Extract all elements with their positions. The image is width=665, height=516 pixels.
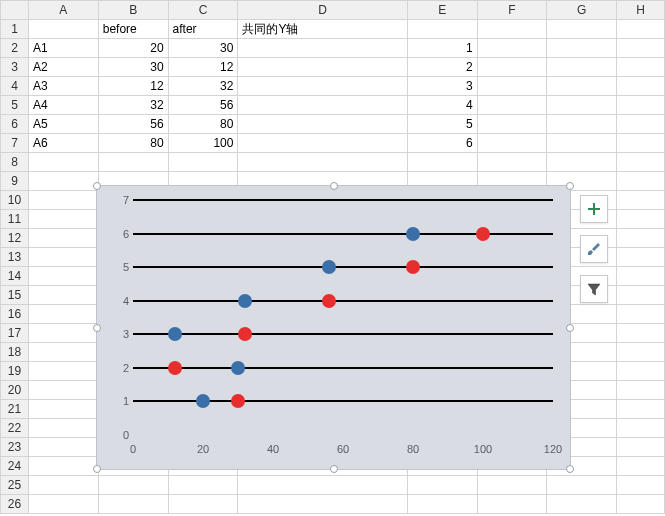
cell-D26[interactable] [238, 495, 407, 514]
cell-D3[interactable] [238, 58, 407, 77]
cell-A14[interactable] [28, 267, 98, 286]
cell-B1[interactable]: before [98, 20, 168, 39]
chart-point-before[interactable] [238, 294, 252, 308]
cell-C7[interactable]: 100 [168, 134, 238, 153]
cell-E2[interactable]: 1 [407, 39, 477, 58]
row-header[interactable]: 14 [1, 267, 29, 286]
chart-point-before[interactable] [196, 394, 210, 408]
cell-H19[interactable] [617, 362, 665, 381]
col-header-H[interactable]: H [617, 1, 665, 20]
cell-H14[interactable] [617, 267, 665, 286]
cell-C8[interactable] [168, 153, 238, 172]
cell-H21[interactable] [617, 400, 665, 419]
cell-B3[interactable]: 30 [98, 58, 168, 77]
row-header[interactable]: 15 [1, 286, 29, 305]
cell-A1[interactable] [28, 20, 98, 39]
chart-point-after[interactable] [231, 394, 245, 408]
cell-D7[interactable] [238, 134, 407, 153]
chart-add-element-button[interactable] [580, 195, 608, 223]
cell-E25[interactable] [407, 476, 477, 495]
cell-A12[interactable] [28, 229, 98, 248]
cell-E5[interactable]: 4 [407, 96, 477, 115]
chart-point-before[interactable] [406, 227, 420, 241]
cell-B4[interactable]: 12 [98, 77, 168, 96]
cell-A22[interactable] [28, 419, 98, 438]
cell-A15[interactable] [28, 286, 98, 305]
cell-F26[interactable] [477, 495, 547, 514]
cell-C5[interactable]: 56 [168, 96, 238, 115]
chart-resize-handle[interactable] [93, 465, 101, 473]
cell-H18[interactable] [617, 343, 665, 362]
row-header[interactable]: 13 [1, 248, 29, 267]
cell-H8[interactable] [617, 153, 665, 172]
cell-D25[interactable] [238, 476, 407, 495]
chart-point-after[interactable] [406, 260, 420, 274]
cell-B7[interactable]: 80 [98, 134, 168, 153]
cell-A21[interactable] [28, 400, 98, 419]
cell-B5[interactable]: 32 [98, 96, 168, 115]
cell-C6[interactable]: 80 [168, 115, 238, 134]
chart-object[interactable]: 01234567020406080100120 [96, 185, 571, 470]
col-header-F[interactable]: F [477, 1, 547, 20]
cell-C4[interactable]: 32 [168, 77, 238, 96]
cell-H15[interactable] [617, 286, 665, 305]
row-header[interactable]: 5 [1, 96, 29, 115]
cell-G1[interactable] [547, 20, 617, 39]
row-header[interactable]: 1 [1, 20, 29, 39]
cell-A25[interactable] [28, 476, 98, 495]
cell-A3[interactable]: A2 [28, 58, 98, 77]
chart-point-after[interactable] [322, 294, 336, 308]
cell-H26[interactable] [617, 495, 665, 514]
cell-A10[interactable] [28, 191, 98, 210]
cell-D5[interactable] [238, 96, 407, 115]
cell-H24[interactable] [617, 457, 665, 476]
cell-H1[interactable] [617, 20, 665, 39]
cell-E6[interactable]: 5 [407, 115, 477, 134]
row-header[interactable]: 4 [1, 77, 29, 96]
cell-A7[interactable]: A6 [28, 134, 98, 153]
chart-point-before[interactable] [322, 260, 336, 274]
cell-G6[interactable] [547, 115, 617, 134]
cell-D4[interactable] [238, 77, 407, 96]
col-header-A[interactable]: A [28, 1, 98, 20]
cell-G7[interactable] [547, 134, 617, 153]
cell-H7[interactable] [617, 134, 665, 153]
chart-point-after[interactable] [476, 227, 490, 241]
cell-G2[interactable] [547, 39, 617, 58]
cell-H22[interactable] [617, 419, 665, 438]
cell-G3[interactable] [547, 58, 617, 77]
cell-E4[interactable]: 3 [407, 77, 477, 96]
cell-E3[interactable]: 2 [407, 58, 477, 77]
col-header-C[interactable]: C [168, 1, 238, 20]
row-header[interactable]: 6 [1, 115, 29, 134]
row-header[interactable]: 23 [1, 438, 29, 457]
cell-A13[interactable] [28, 248, 98, 267]
cell-A5[interactable]: A4 [28, 96, 98, 115]
cell-C3[interactable]: 12 [168, 58, 238, 77]
cell-H17[interactable] [617, 324, 665, 343]
cell-B25[interactable] [98, 476, 168, 495]
cell-F7[interactable] [477, 134, 547, 153]
cell-H13[interactable] [617, 248, 665, 267]
chart-resize-handle[interactable] [566, 465, 574, 473]
cell-F1[interactable] [477, 20, 547, 39]
cell-F5[interactable] [477, 96, 547, 115]
row-header[interactable]: 16 [1, 305, 29, 324]
cell-A23[interactable] [28, 438, 98, 457]
cell-G26[interactable] [547, 495, 617, 514]
row-header[interactable]: 2 [1, 39, 29, 58]
cell-H23[interactable] [617, 438, 665, 457]
row-header[interactable]: 18 [1, 343, 29, 362]
cell-A16[interactable] [28, 305, 98, 324]
cell-H25[interactable] [617, 476, 665, 495]
cell-B6[interactable]: 56 [98, 115, 168, 134]
cell-D6[interactable] [238, 115, 407, 134]
cell-B2[interactable]: 20 [98, 39, 168, 58]
chart-resize-handle[interactable] [566, 324, 574, 332]
row-header[interactable]: 9 [1, 172, 29, 191]
row-header[interactable]: 24 [1, 457, 29, 476]
cell-A6[interactable]: A5 [28, 115, 98, 134]
cell-A17[interactable] [28, 324, 98, 343]
cell-H6[interactable] [617, 115, 665, 134]
chart-resize-handle[interactable] [330, 182, 338, 190]
